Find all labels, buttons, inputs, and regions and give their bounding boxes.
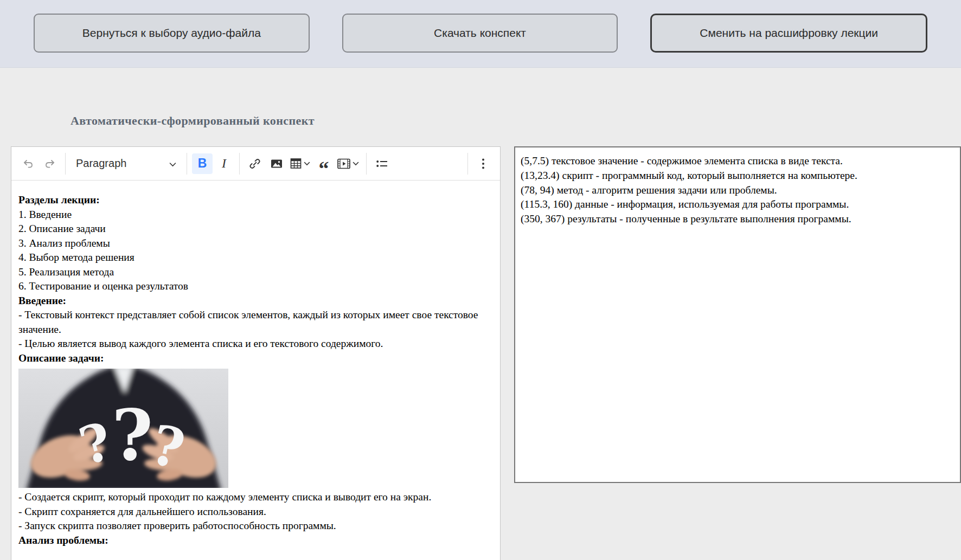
editor-line: - Создается скрипт, который проходит по … [18,490,492,505]
editor-line: Введение: [18,294,492,308]
paragraph-style-label: Paragraph [76,157,126,170]
editor-line: 1. Введение [18,208,492,222]
bold-icon[interactable]: B [192,153,213,174]
back-to-audio-button[interactable]: Вернуться к выбору аудио-файла [34,14,310,53]
media-chevron-icon[interactable] [353,162,359,166]
italic-icon[interactable]: I [214,153,234,174]
table-chevron-icon[interactable] [304,162,310,166]
chevron-down-icon [169,157,176,170]
page-title: Автоматически-сформированный конспект [71,114,961,128]
editor-line: - Текстовый контекст представляет собой … [18,308,492,337]
toolbar-divider [467,153,468,175]
toolbar-divider [239,153,240,175]
transcript-textarea[interactable]: (5,7.5) текстовое значение - содержимое … [514,146,961,483]
svg-text:?: ? [112,394,153,477]
main-area: Автоматически-сформированный конспект Pa… [0,114,961,560]
more-options-icon[interactable] [473,153,494,174]
content-image-question-marks: ? ? ? [18,369,228,488]
switch-to-transcript-button[interactable]: Сменить на расшифровку лекции [650,14,927,53]
editor-toolbar: Paragraph B I “ [11,147,500,181]
editor-line: 2. Описание задачи [18,222,492,236]
editor-line: 3. Анализ проблемы [18,236,492,251]
editor-line: Разделы лекции: [18,193,492,208]
editor-line: - Скрипт сохраняется для дальнейшего исп… [18,505,492,519]
rich-text-editor: Paragraph B I “ [11,146,501,560]
editor-line: - Запуск скрипта позволяет проверить раб… [18,519,492,533]
undo-icon[interactable] [18,153,39,174]
redo-icon[interactable] [40,153,60,174]
editor-line: Анализ проблемы: [18,533,492,548]
editor-line: Описание задачи: [18,351,492,366]
toolbar-divider [366,153,367,175]
media-embed-icon[interactable] [335,153,361,174]
topbar: Вернуться к выбору аудио-файла Скачать к… [0,0,961,68]
editor-line: 5. Реализация метода [18,265,492,280]
editor-content[interactable]: Разделы лекции: 1. Введение 2. Описание … [11,181,500,548]
editor-line: - Целью является вывод каждого элемента … [18,337,492,351]
block-quote-icon[interactable]: “ [313,153,334,174]
paragraph-style-dropdown[interactable]: Paragraph [71,153,182,175]
insert-image-icon[interactable] [266,153,287,174]
editor-line: 4. Выбор метода решения [18,250,492,265]
toolbar-divider [65,153,66,175]
bulleted-list-icon[interactable] [371,153,392,174]
link-icon[interactable] [245,153,265,174]
insert-table-icon[interactable] [288,153,312,174]
toolbar-divider [187,153,187,175]
editor-line: 6. Тестирование и оценка результатов [18,279,492,294]
download-notes-button[interactable]: Скачать конспект [342,14,618,53]
